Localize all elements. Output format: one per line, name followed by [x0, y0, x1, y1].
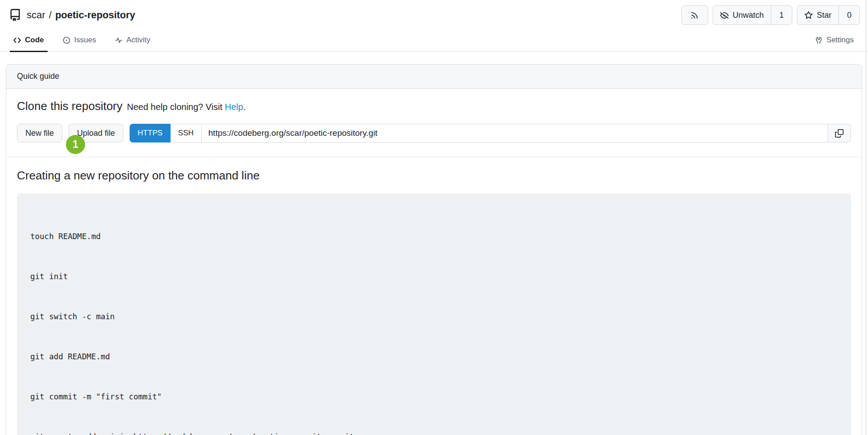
repo-owner-link[interactable]: scar [27, 9, 45, 20]
tab-code-label: Code [25, 36, 44, 45]
repo-book-icon [9, 9, 21, 21]
repo-title-separator: / [45, 9, 55, 20]
creating-repo-heading: Creating a new repository on the command… [17, 169, 851, 183]
pulse-icon [115, 37, 122, 44]
code-icon [13, 37, 21, 44]
unwatch-button[interactable]: Unwatch [713, 6, 771, 24]
tab-activity[interactable]: Activity [111, 36, 154, 51]
tab-issues[interactable]: Issues [59, 36, 100, 51]
tab-activity-label: Activity [126, 36, 151, 45]
code-line: git commit -m "first commit" [30, 390, 838, 403]
star-icon [804, 11, 813, 20]
new-file-button[interactable]: New file [17, 124, 62, 142]
copy-url-button[interactable] [828, 124, 851, 142]
stars-count[interactable]: 0 [839, 6, 860, 24]
rss-icon [682, 6, 708, 24]
scrollbar-edge[interactable] [866, 0, 866, 435]
https-toggle-button[interactable]: HTTPS [130, 124, 171, 142]
star-button[interactable]: Star [797, 6, 839, 24]
eye-off-icon [720, 11, 729, 20]
repo-name-link[interactable]: poetic-repository [55, 9, 135, 20]
tab-issues-label: Issues [74, 36, 96, 45]
star-label: Star [817, 11, 831, 20]
repo-header: scar / poetic-repository Unwatch 1 [0, 0, 868, 28]
code-line: touch README.md [30, 230, 838, 243]
creating-repo-section: Creating a new repository on the command… [6, 157, 862, 435]
clone-url-input[interactable] [201, 124, 828, 142]
tab-settings-label: Settings [827, 36, 854, 45]
issue-circle-icon [63, 37, 70, 44]
code-line: git init [30, 270, 838, 283]
help-link[interactable]: Help [225, 102, 243, 112]
repo-title: scar / poetic-repository [9, 9, 135, 21]
code-line: git switch -c main [30, 310, 838, 323]
tab-code[interactable]: Code [10, 36, 48, 51]
repo-action-buttons: Unwatch 1 Star 0 [681, 5, 860, 25]
quick-guide-title: Quick guide [17, 72, 59, 81]
clone-section: Clone this repository Need help cloning?… [6, 89, 862, 157]
clone-url-group: HTTPS SSH [130, 124, 851, 142]
repo-tabbar: Code Issues Activity Settings [0, 28, 868, 52]
rss-button[interactable] [681, 5, 708, 25]
clone-heading: Clone this repository Need help cloning?… [17, 99, 851, 113]
annotation-marker-1: 1 [66, 135, 85, 154]
quick-guide-panel: Quick guide Clone this repository Need h… [6, 64, 862, 435]
star-button-group: Star 0 [797, 5, 860, 25]
watch-button-group: Unwatch 1 [713, 5, 792, 25]
tab-settings[interactable]: Settings [811, 36, 857, 51]
unwatch-label: Unwatch [733, 11, 764, 20]
code-line: git add README.md [30, 350, 838, 363]
watchers-count[interactable]: 1 [771, 6, 792, 24]
creating-repo-code-block: touch README.md git init git switch -c m… [17, 193, 851, 435]
clone-controls: New file Upload file 1 HTTPS SSH [17, 124, 851, 142]
clone-help-text: Need help cloning? Visit Help. [127, 102, 245, 112]
ssh-toggle-button[interactable]: SSH [171, 124, 201, 142]
copy-icon [835, 129, 844, 138]
code-line: git remote add origin https://codeberg.o… [30, 430, 838, 435]
wrench-tools-icon [815, 37, 823, 44]
quick-guide-header: Quick guide [6, 65, 862, 89]
clone-heading-text: Clone this repository [17, 99, 122, 113]
